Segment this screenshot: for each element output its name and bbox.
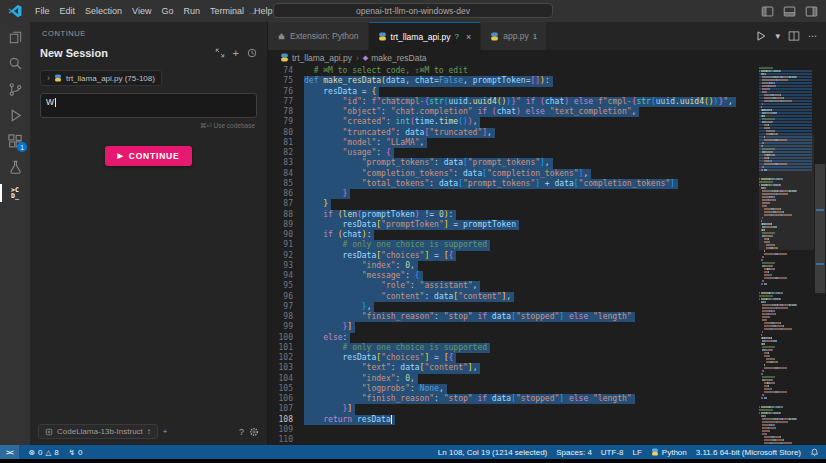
eol[interactable]: LF [633,448,642,457]
toggle-panel-icon[interactable] [783,5,796,18]
code-line-110[interactable]: 110 [268,435,759,445]
scrollbar-thumb[interactable] [815,164,825,293]
language-label: Python [662,448,687,457]
code-line-82[interactable]: 82 "usage": { [268,148,759,158]
close-icon[interactable]: × [466,32,471,42]
code-line-76[interactable]: 76 resData = { [268,87,759,97]
expand-session-icon[interactable] [215,48,225,58]
code-line-95[interactable]: 95 "role": "assistant", [268,281,759,291]
code-line-106[interactable]: 106 "finish_reason": "stop" if data["sto… [268,394,759,404]
line-number: 110 [268,435,304,445]
code-line-97[interactable]: 97 }, [268,302,759,312]
help-button[interactable]: ? [239,427,244,437]
activity-continue-icon[interactable]: >CD_ [0,180,30,206]
code-line-88[interactable]: 88 if (len(promptToken) != 0): [268,210,759,220]
code-line-107[interactable]: 107 }] [268,404,759,414]
vertical-scrollbar[interactable] [814,65,826,445]
line-number: 89 [268,220,304,230]
activity-extensions-icon[interactable]: 1 [0,128,30,154]
minimap-line [759,280,812,282]
nav-back-icon[interactable]: ← [228,6,238,17]
code-line-98[interactable]: 98 "finish_reason": "stop" if data["stop… [268,312,759,322]
add-model-button[interactable]: + [163,427,168,436]
python-interpreter[interactable]: 3.11.6 64-bit (Microsoft Store) [696,448,801,457]
remote-indicator[interactable]: >< [0,445,19,459]
run-dropdown-icon[interactable]: ▾ [775,31,780,41]
minimap[interactable] [759,65,814,445]
code-line-86[interactable]: 86 } [268,189,759,199]
python-file-icon [54,74,62,82]
code-line-101[interactable]: 101 # only one choice is supported [268,343,759,353]
history-icon[interactable] [247,48,257,58]
indentation[interactable]: Spaces: 4 [556,448,592,457]
code-line-102[interactable]: 102 resData["choices"] = [{ [268,353,759,363]
prompt-input[interactable]: W [40,93,257,118]
breadcrumb-item[interactable]: ◆make_resData [363,53,427,63]
more-actions-icon[interactable]: ⋯ [808,31,817,41]
minimap-slider[interactable] [759,135,814,250]
language-mode[interactable]: Python [651,448,687,457]
code-line-91[interactable]: 91 # only one choice is supported [268,240,759,250]
menu-file[interactable]: File [30,6,55,16]
encoding[interactable]: UTF-8 [601,448,624,457]
continue-button[interactable]: ▶ CONTINUE [105,146,193,166]
code-line-75[interactable]: 75def make_resData(data, chat=False, pro… [268,76,759,86]
code-line-94[interactable]: 94 "message": { [268,271,759,281]
toggle-sidebar-icon[interactable] [761,5,774,18]
code-line-78[interactable]: 78 "object": "chat.completion" if (chat)… [268,107,759,117]
code-line-96[interactable]: 96 "content": data["content"], [268,292,759,302]
model-selector[interactable]: CodeLlama-13b-Instruct ↕ [38,424,158,439]
nav-forward-icon[interactable]: → [247,6,257,17]
settings-gear-icon[interactable] [249,427,259,437]
command-center[interactable]: openai-trt-llm-on-windows-dev [273,3,553,18]
code-line-103[interactable]: 103 "text": data["content"], [268,363,759,373]
tab-app-py[interactable]: app.py1 [481,22,547,50]
python-file-icon [490,32,499,41]
code-line-104[interactable]: 104 "index": 0, [268,374,759,384]
notifications-bell-icon[interactable] [810,448,819,457]
code-line-92[interactable]: 92 resData["choices"] = [{ [268,251,759,261]
code-line-93[interactable]: 93 "index": 0, [268,261,759,271]
ports-indicator[interactable]: ↯0 [69,448,83,457]
line-number: 95 [268,281,304,291]
menu-edit[interactable]: Edit [55,6,81,16]
code-line-80[interactable]: 80 "truncated": data["truncated"], [268,128,759,138]
code-line-79[interactable]: 79 "created": int(time.time()), [268,117,759,127]
code-line-89[interactable]: 89 resData["promptToken"] = promptToken [268,220,759,230]
cursor-position[interactable]: Ln 108, Col 19 (1214 selected) [438,448,547,457]
code-line-109[interactable]: 109 [268,425,759,435]
code-editor[interactable]: 74 # ⌘M to select code, ⇧⌘M to edit75def… [268,65,759,445]
code-line-85[interactable]: 85 "total_tokens": data["prompt_tokens"]… [268,179,759,189]
code-line-87[interactable]: 87 } [268,199,759,209]
split-editor-icon[interactable] [788,30,800,42]
code-line-84[interactable]: 84 "completion_tokens": data["completion… [268,169,759,179]
problems-indicator[interactable]: ⊗0 △8 [29,448,59,457]
activity-run-debug-icon[interactable] [0,102,30,128]
run-python-file-icon[interactable] [755,30,767,42]
code-line-83[interactable]: 83 "prompt_tokens": data["prompt_tokens"… [268,158,759,168]
code-line-74[interactable]: 74 # ⌘M to select code, ⇧⌘M to edit [268,66,759,76]
activity-search-icon[interactable] [0,50,30,76]
activity-testing-icon[interactable] [0,154,30,180]
code-line-100[interactable]: 100 else: [268,333,759,343]
menu-selection[interactable]: Selection [80,6,127,16]
code-line-77[interactable]: 77 "id": f"chatcmpl-{str(uuid.uuid4())}"… [268,97,759,107]
new-session-icon[interactable]: + [233,47,239,59]
customize-layout-icon[interactable] [805,5,818,18]
menu-view[interactable]: View [127,6,156,16]
code-line-99[interactable]: 99 }] [268,322,759,332]
code-line-105[interactable]: 105 "logprobs": None, [268,384,759,394]
code-line-90[interactable]: 90 if (chat): [268,230,759,240]
breadcrumb-item[interactable]: trt_llama_api.py [280,53,352,63]
tab-trt-llama-api-py[interactable]: trt_llama_api.py?× [369,22,482,50]
activity-explorer-icon[interactable] [0,24,30,50]
menu-run[interactable]: Run [178,6,205,16]
activity-source-control-icon[interactable] [0,76,30,102]
context-item[interactable]: › trt_llama_api.py (75-108) [40,70,162,86]
menu-go[interactable]: Go [156,6,178,16]
minimap-line [759,115,812,117]
code-line-81[interactable]: 81 "model": "LLaMA", [268,138,759,148]
tab-extension-python[interactable]: Extension: Python [268,22,369,50]
minimap-line [759,103,812,105]
code-line-108[interactable]: 108 return resData [268,415,759,425]
